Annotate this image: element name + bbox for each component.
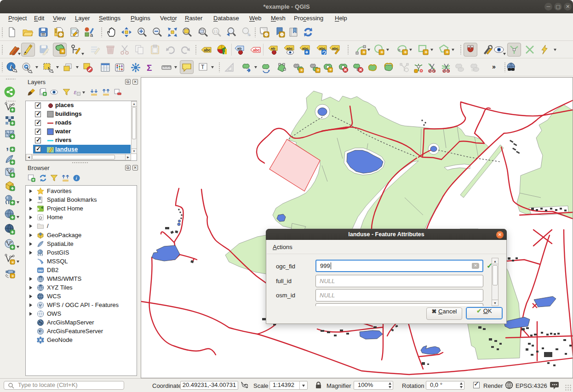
svg-text:✳: ✳: [316, 68, 320, 73]
svg-text:DB2: DB2: [38, 269, 43, 272]
svg-text:a: a: [90, 32, 93, 38]
svg-text:,: ,: [6, 141, 9, 152]
svg-text:✳: ✳: [61, 49, 64, 54]
svg-text:Σ: Σ: [147, 63, 152, 73]
svg-text:ab: ab: [237, 46, 241, 51]
svg-text:i: i: [76, 176, 77, 181]
svg-text:✳: ✳: [11, 260, 15, 265]
svg-text:✳: ✳: [403, 50, 407, 55]
svg-text:✳: ✳: [300, 68, 304, 73]
svg-text:abc: abc: [286, 46, 293, 51]
svg-text:✳: ✳: [11, 274, 15, 278]
svg-text:✳: ✳: [362, 50, 366, 55]
svg-text:✳: ✳: [445, 50, 449, 55]
svg-text:1:1: 1:1: [213, 30, 218, 33]
svg-text:ε: ε: [74, 89, 76, 96]
svg-text:abc: abc: [253, 48, 260, 52]
svg-text:✳: ✳: [380, 50, 384, 55]
svg-text:✳: ✳: [329, 68, 332, 72]
svg-text:T: T: [201, 64, 205, 70]
svg-text:abc: abc: [204, 48, 211, 52]
svg-text:✳: ✳: [424, 50, 428, 55]
svg-text:ab: ab: [271, 46, 275, 51]
